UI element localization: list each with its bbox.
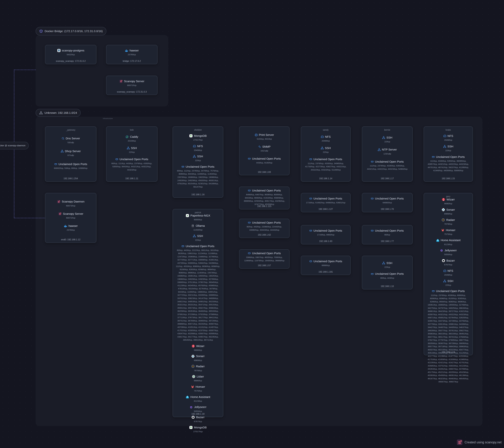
service-nfs: NFS2049/tcp (427, 269, 470, 277)
hub-icon (321, 147, 324, 149)
host-card-uop-115[interactable]: Unclaimed Open Ports6466/tcp, 6467/tcp, … (239, 187, 289, 209)
service-ports: 60072/tcp (48, 216, 93, 220)
service-ports: 111/tcp, 2376/tcp, 4330/tcp, 5355/tcp, 4… (365, 164, 410, 170)
service-label: SSH (197, 234, 203, 238)
host-card-uop-127[interactable]: Unclaimed Open Ports1716/tcp, 51692/tcp,… (301, 193, 351, 212)
service-print-server: Print Server515/tcp, 631/tcp (242, 133, 287, 141)
scanopy-icon: S (58, 212, 62, 216)
watermark-footer[interactable]: S Created using scanopy.net (457, 439, 502, 445)
service-ports: 2049/tcp (427, 138, 470, 142)
service-ports: 7878/tcp (176, 369, 220, 372)
service-label: Paperless-NGX (190, 214, 210, 217)
scanopy-logo-icon: S (457, 439, 463, 445)
service-ssh: SSH22/tcp (365, 136, 410, 143)
hub-icon (443, 280, 446, 282)
service-home-assistant: Home Assistant8123/tcp (427, 238, 470, 246)
service-ports: 80/tcp, 111/tcp, 2376/tcp, 3478/tcp, 757… (176, 169, 220, 188)
service-label: NFS (448, 134, 453, 138)
hub-icon (127, 147, 130, 149)
service-label: Dns Server (66, 137, 80, 140)
hub-icon (382, 136, 385, 139)
service-label: hawser (69, 224, 78, 228)
host-card-host-10[interactable]: SSH22/tcpUnclaimed Open Ports80/tcp, 443… (362, 256, 413, 289)
host-ip: 192.168.1.70 (362, 208, 412, 210)
service-label: Dhcp Server (65, 149, 81, 153)
host-card-gateway[interactable]: _gatewayDns Server53/udpDhcp Server67/ud… (45, 126, 96, 182)
scanopy-icon: S (119, 79, 123, 83)
service-ports: 5432/tcp (48, 53, 93, 56)
service-mongodb: MongoDB27017/tcp (176, 134, 220, 142)
host-card-uop-70[interactable]: Unclaimed Open Ports64660/tcp192.168.1.7… (362, 193, 413, 212)
host-card-uop-62[interactable]: Unclaimed Open Ports80/tcp, 443/tcp, 220… (239, 219, 289, 238)
homeassistant-icon (186, 395, 189, 399)
service-unclaimed-open-ports: Unclaimed Open Ports60002/tcp, 53/tcp, 8… (48, 162, 93, 170)
host-card-gary[interactable]: garyWizarr5690/tcpSonarr8989/tcpRadarr78… (424, 193, 473, 355)
host-card-patrick[interactable]: patrickPaperless-NGX8000/tcpOllama11434/… (173, 209, 223, 417)
service-ports: 27017/tcp (176, 430, 220, 433)
hub-icon (193, 234, 196, 238)
drive-icon (443, 134, 446, 137)
service-ports: 80/tcp (365, 233, 410, 236)
ethernet-icon (432, 290, 435, 293)
service-ports: 2376/tcp (109, 53, 155, 56)
host-card-uop-77[interactable]: Unclaimed Open Ports80/tcp192.168.1.77 (362, 225, 413, 244)
host-card-sandy[interactable]: sandyNFS2049/tcpSSH22/tcpUnclaimed Open … (301, 126, 351, 182)
host-card-uop-57[interactable]: Unclaimed Open Ports3366/tcp, 3367/tcp, … (239, 249, 289, 269)
host-title: sandy (304, 129, 348, 131)
host-ip: 192.168.1.83 (239, 171, 289, 173)
docker-daemon-edge-pill[interactable]: docker @ scanopy-daemon (0, 142, 29, 149)
service-ports: 7575/tcp (427, 233, 470, 236)
connector-segment-bottom (14, 218, 45, 218)
host-card-scanopy-daemon[interactable]: SScanopy Daemon60073/tcpSScanopy Server6… (45, 193, 96, 243)
service-list: Unclaimed Open Ports6466/tcp, 6467/tcp, … (242, 189, 287, 203)
pulse-icon (258, 145, 261, 148)
host-card-scanopy-postgres[interactable]: scanopy-postgres5432/tcpscanopy_scanopy:… (45, 45, 96, 64)
service-ports: 22/tcp (427, 149, 470, 152)
service-ports: 2049/tcp (304, 139, 348, 143)
host-title: patrick (176, 211, 220, 214)
service-ports: 8123/tcp (427, 243, 470, 246)
service-unclaimed-open-ports: Unclaimed Open Ports111/tcp, 2376/tcp, 4… (304, 157, 348, 171)
host-card-uop-63[interactable]: Unclaimed Open Ports1716/tcp, 9993/tcp19… (301, 225, 351, 244)
service-ports: 22/tcp (176, 159, 220, 162)
service-label: Home Assistant (190, 395, 210, 399)
ethernet-icon (248, 252, 251, 255)
host-title: sheldon (176, 129, 220, 131)
service-ports: 1716/tcp, 51692/tcp, 64660/tcp, 53601/tc… (304, 201, 348, 204)
docker-icon (64, 224, 67, 228)
service-ports: 8989/tcp (427, 212, 470, 215)
service-label: Wizarr (447, 198, 455, 201)
host-card-krabs[interactable]: krabsNFS2049/tcpSSH22/tcpUnclaimed Open … (424, 126, 473, 182)
unknown-subnet-group-label: Unknown: 192.168.1.0/24 (44, 111, 77, 114)
network-topology-canvas: Infrastructure Docker Bridge: (172.17.0.… (0, 0, 504, 448)
scanopy-icon: S (57, 200, 60, 204)
jellyseerr-icon (189, 405, 193, 409)
ethernet-icon (54, 163, 57, 166)
host-card-hawser-bridge[interactable]: hawser2376/tcpbridge: 172.17.0.2 (106, 45, 158, 64)
service-ports: 443/tcp, 9100/tcp (242, 161, 287, 164)
service-ports: 111/tcp, 4330/tcp, 5355/tcp, 36095/tcp, … (427, 159, 470, 172)
host-card-printserver[interactable]: Print Server515/tcp, 631/tcpSNMP161/udpU… (239, 126, 289, 175)
service-label: Homarr (196, 385, 205, 389)
host-ip: 192.168.1.181 (301, 271, 350, 273)
unknown-subnet-group-pill[interactable]: Unknown: 192.168.1.0/24 (36, 109, 81, 117)
host-card-sheldon[interactable]: sheldonMongoDB27017/tcpNFS2049/tcpSSH22/… (173, 126, 223, 198)
service-caddy: Caddy2019/tcp (109, 135, 155, 143)
service-unclaimed-open-ports: Unclaimed Open Ports80/tcp, 443/tcp (365, 272, 410, 280)
host-card-bob[interactable]: bobCaddy2019/tcpSSH22/tcpUnclaimed Open … (106, 126, 158, 182)
host-card-bernie[interactable]: bernieSSH22/tcpNTP Server123/udpUnclaime… (362, 126, 413, 182)
service-ports: 515/tcp, 631/tcp (242, 137, 287, 141)
hub-icon (382, 261, 385, 264)
service-ports: 5690/tcp (427, 202, 470, 205)
host-card-scanopy-server-bridge[interactable]: SScanopy Server60072/tcpscanopy_scanopy:… (106, 76, 158, 95)
service-label: scanopy-postgres (62, 49, 85, 52)
magnifier-icon (61, 137, 64, 140)
service-nfs: NFS2049/tcp (304, 135, 348, 143)
service-bazarr: Bazarr6767/tcp (176, 415, 220, 423)
docker-bridge-group-pill[interactable]: Docker Bridge: (172.17.0.0/16, 172.31.0.… (36, 27, 106, 35)
host-card-uop-181[interactable]: Unclaimed Open Ports6668/tcp192.168.1.18… (301, 256, 351, 275)
service-label: NTP Server (382, 148, 397, 151)
ethernet-icon (181, 165, 184, 168)
cube-icon (39, 29, 43, 33)
service-ports: 6767/tcp (176, 420, 220, 423)
